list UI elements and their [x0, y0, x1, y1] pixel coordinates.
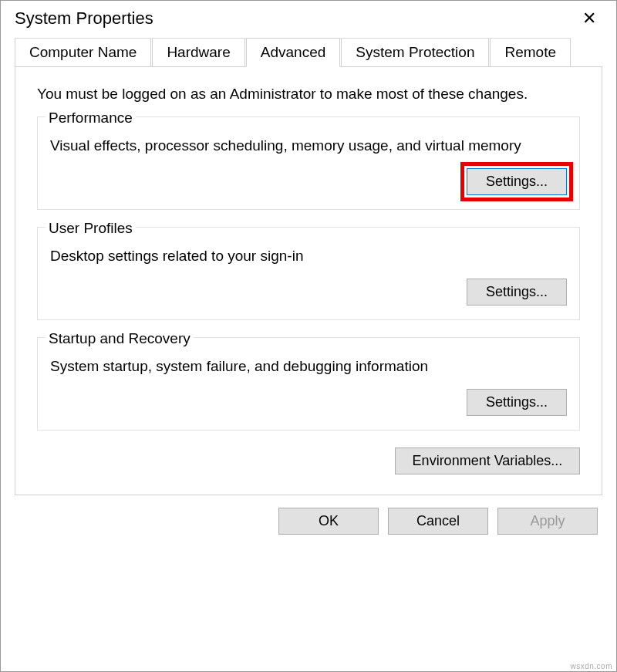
user-profiles-settings-button[interactable]: Settings... — [467, 279, 567, 306]
tab-system-protection[interactable]: System Protection — [341, 38, 489, 66]
group-startup-recovery-btn-row: Settings... — [50, 389, 567, 416]
content-area: Computer Name Hardware Advanced System P… — [1, 38, 616, 495]
tab-computer-name[interactable]: Computer Name — [15, 38, 151, 66]
tab-remote[interactable]: Remote — [490, 38, 571, 66]
tab-container: Computer Name Hardware Advanced System P… — [15, 38, 602, 495]
group-user-profiles-legend: User Profiles — [46, 220, 136, 237]
env-row: Environment Variables... — [37, 447, 580, 474]
group-performance-btn-row: Settings... — [50, 168, 567, 195]
group-startup-recovery-desc: System startup, system failure, and debu… — [50, 358, 567, 375]
startup-recovery-settings-button[interactable]: Settings... — [467, 389, 567, 416]
tab-advanced[interactable]: Advanced — [246, 38, 341, 67]
admin-note: You must be logged on as an Administrato… — [37, 86, 580, 103]
tab-panel-advanced: You must be logged on as an Administrato… — [15, 66, 602, 495]
cancel-button[interactable]: Cancel — [388, 508, 488, 535]
group-user-profiles-btn-row: Settings... — [50, 279, 567, 306]
watermark: wsxdn.com — [570, 662, 612, 670]
group-performance-desc: Visual effects, processor scheduling, me… — [50, 137, 567, 154]
group-performance-legend: Performance — [46, 110, 136, 127]
group-user-profiles: User Profiles Desktop settings related t… — [37, 227, 580, 320]
tab-row: Computer Name Hardware Advanced System P… — [15, 38, 602, 66]
performance-settings-button[interactable]: Settings... — [467, 168, 567, 195]
group-startup-recovery: Startup and Recovery System startup, sys… — [37, 337, 580, 431]
window-title: System Properties — [15, 8, 153, 29]
ok-button[interactable]: OK — [278, 508, 379, 535]
group-startup-recovery-legend: Startup and Recovery — [46, 330, 194, 347]
titlebar: System Properties ✕ — [1, 1, 616, 38]
apply-button: Apply — [497, 508, 598, 535]
group-user-profiles-desc: Desktop settings related to your sign-in — [50, 248, 567, 265]
tab-hardware[interactable]: Hardware — [152, 38, 244, 66]
environment-variables-button[interactable]: Environment Variables... — [395, 447, 580, 474]
close-icon[interactable]: ✕ — [573, 7, 605, 30]
footer-row: OK Cancel Apply — [1, 495, 616, 547]
group-performance: Performance Visual effects, processor sc… — [37, 117, 580, 210]
